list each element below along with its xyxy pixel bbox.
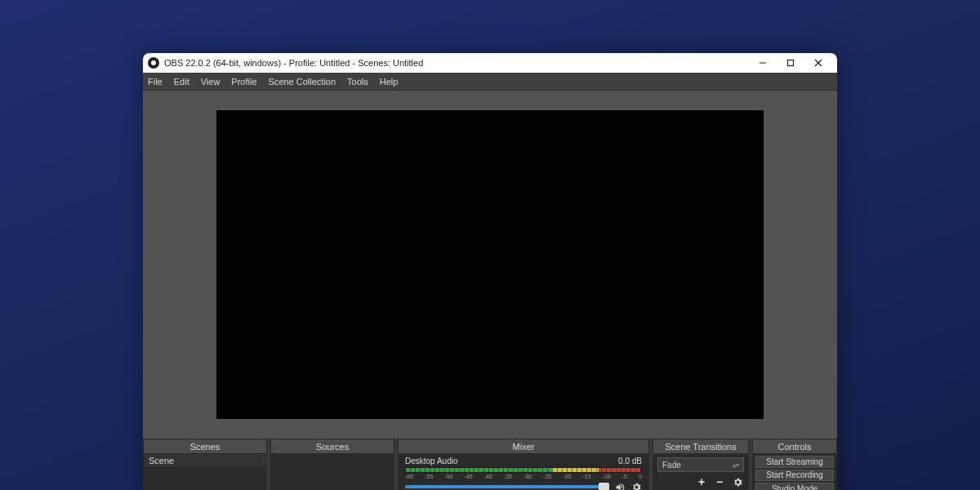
tick: -10	[603, 474, 611, 479]
scene-item[interactable]: Scene	[144, 454, 266, 467]
transitions-header: Scene Transitions	[653, 439, 748, 454]
tick: -30	[523, 474, 532, 479]
mixer-channel-level: 0.0 dB	[618, 457, 642, 466]
start-streaming-button[interactable]: Start Streaming	[755, 456, 834, 468]
mixer-channel-desktop-audio: Desktop Audio 0.0 dB -60 -55 -50 -45 -40…	[399, 454, 648, 490]
menu-tools[interactable]: Tools	[347, 77, 368, 87]
tick: -35	[504, 474, 512, 479]
tick: -20	[563, 474, 571, 479]
tick: -25	[543, 474, 551, 479]
mixer-body: Desktop Audio 0.0 dB -60 -55 -50 -45 -40…	[399, 454, 648, 490]
svg-rect-1	[788, 60, 794, 66]
transitions-dock: Scene Transitions Fade ▴▾ + − Duration 3	[653, 439, 749, 490]
transition-selected-label: Fade	[662, 461, 681, 470]
scenes-header: Scenes	[144, 439, 266, 454]
volume-slider[interactable]	[405, 485, 609, 488]
titlebar[interactable]: OBS 22.0.2 (64-bit, windows) - Profile: …	[143, 53, 837, 73]
menu-file[interactable]: File	[148, 77, 163, 87]
maximize-button[interactable]	[777, 53, 804, 73]
tick: -40	[484, 474, 492, 479]
menu-scene-collection[interactable]: Scene Collection	[269, 77, 336, 87]
minimize-button[interactable]	[749, 53, 777, 73]
menu-help[interactable]: Help	[380, 77, 399, 87]
menu-profile[interactable]: Profile	[231, 77, 256, 87]
sources-dock: Sources	[270, 439, 394, 490]
chevron-updown-icon: ▴▾	[733, 461, 739, 469]
remove-transition-button[interactable]: −	[713, 475, 726, 488]
studio-mode-button[interactable]: Studio Mode	[755, 483, 834, 490]
preview-area	[143, 91, 837, 439]
transition-settings-button[interactable]	[731, 475, 744, 488]
obs-app-icon	[148, 57, 159, 69]
preview-canvas[interactable]	[216, 110, 764, 419]
controls-header: Controls	[753, 439, 836, 454]
tick: -15	[582, 474, 590, 479]
add-transition-button[interactable]: +	[695, 475, 708, 488]
tick: -60	[405, 474, 413, 479]
tick: -45	[464, 474, 472, 479]
audio-meter	[405, 467, 642, 473]
sources-list[interactable]	[271, 454, 394, 490]
app-window: OBS 22.0.2 (64-bit, windows) - Profile: …	[143, 53, 837, 490]
transition-select[interactable]: Fade ▴▾	[657, 457, 744, 472]
menubar: File Edit View Profile Scene Collection …	[143, 73, 837, 91]
tick: -50	[444, 474, 452, 479]
menu-view[interactable]: View	[201, 77, 220, 87]
scenes-dock: Scenes Scene	[143, 439, 267, 490]
controls-dock: Controls Start Streaming Start Recording…	[752, 439, 837, 490]
tick: -55	[425, 474, 433, 479]
mixer-dock: Mixer Desktop Audio 0.0 dB -60 -55 -50 -…	[398, 439, 649, 490]
speaker-icon[interactable]	[614, 481, 626, 490]
close-button[interactable]	[804, 53, 832, 73]
mixer-header: Mixer	[399, 439, 648, 454]
tick: -5	[622, 474, 627, 479]
docks-row: Scenes Scene Sources Mixer Desktop Audio…	[143, 439, 837, 490]
start-recording-button[interactable]: Start Recording	[755, 470, 834, 482]
window-title: OBS 22.0.2 (64-bit, windows) - Profile: …	[164, 58, 423, 68]
scenes-list[interactable]: Scene	[144, 454, 266, 490]
sources-header: Sources	[271, 439, 394, 454]
mixer-channel-name: Desktop Audio	[405, 457, 458, 466]
tick: 0	[639, 474, 642, 479]
controls-body: Start Streaming Start Recording Studio M…	[753, 454, 836, 490]
gear-icon[interactable]	[630, 481, 642, 490]
meter-ticks: -60 -55 -50 -45 -40 -35 -30 -25 -20 -15 …	[405, 474, 642, 479]
transitions-body: Fade ▴▾ + − Duration 300ms ▲▼	[653, 454, 748, 490]
menu-edit[interactable]: Edit	[174, 77, 189, 87]
